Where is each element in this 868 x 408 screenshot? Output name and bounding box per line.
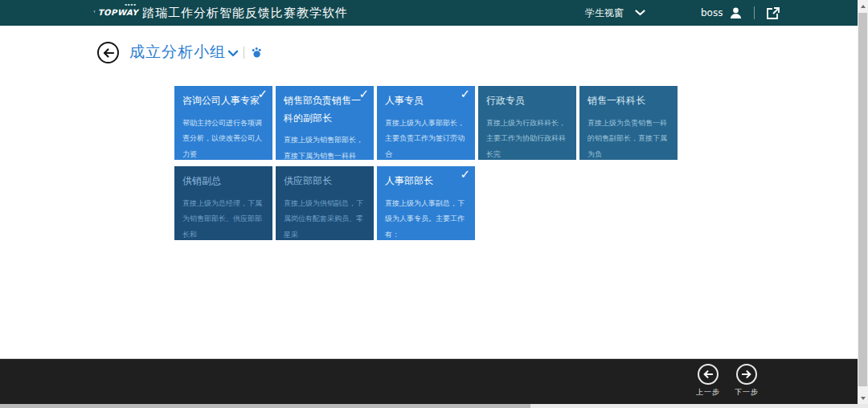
job-cards-grid: ✓ 咨询公司人事专家 帮助主持公司进行各项调查分析，以使改善公司人力资 ✓ 销售… — [174, 86, 678, 240]
topway-logo: ▪▪▪▪ TOPWAY — [93, 2, 138, 23]
header-divider — [754, 6, 755, 19]
job-card-admin-specialist[interactable]: 行政专员 直接上级为行政科科长，主要工作为协助行政科科长完 — [478, 86, 576, 160]
vertical-scrollbar-thumb[interactable] — [858, 13, 867, 386]
job-card-desc: 直接上级为总经理，下属为销售部部长、供应部部长和 — [182, 196, 264, 240]
job-card-desc: 直接上级为行政科科长，主要工作为协助行政科科长完 — [486, 116, 568, 160]
app-title: 踏瑞工作分析智能反馈比赛教学软件 — [142, 0, 348, 26]
check-icon: ✓ — [257, 87, 268, 101]
prev-step-button[interactable]: 上一步 — [693, 364, 723, 398]
scroll-down-arrow[interactable] — [858, 392, 868, 404]
next-step-label: 下一步 — [735, 387, 759, 398]
job-card-desc: 直接上级为供销副总，下属岗位有配套采购员、零星采 — [284, 196, 366, 240]
job-card-title: 供应部部长 — [284, 173, 366, 190]
username-label[interactable]: boss — [701, 7, 723, 18]
job-card-desc: 直接上级为人事部部长，主要负责工作为签订劳动合 — [385, 116, 467, 160]
viewport-dropdown[interactable]: 学生视窗 — [585, 0, 645, 26]
arrow-left-icon — [702, 369, 714, 379]
job-card-title: 销售部负责销售一科的副部长 — [284, 92, 366, 127]
title-divider — [244, 47, 244, 59]
horizontal-scrollbar[interactable] — [0, 404, 868, 408]
share-export-icon[interactable] — [766, 6, 780, 20]
chevron-down-icon — [635, 10, 645, 16]
hint-paw-icon[interactable] — [251, 47, 263, 59]
job-card-title: 咨询公司人事专家 — [182, 92, 264, 110]
logo-wing-icon — [93, 7, 97, 17]
vertical-scrollbar[interactable] — [858, 0, 868, 404]
job-card-hr-specialist[interactable]: ✓ 人事专员 直接上级为人事部部长，主要负责工作为签订劳动合 — [377, 86, 475, 160]
job-card-desc: 直接上级为负责销售一科的销售副部长，直接下属为负 — [588, 116, 669, 160]
job-card-sales-vice-director[interactable]: ✓ 销售部负责销售一科的副部长 直接上级为销售部部长，直接下属为销售一科科长，主 — [276, 86, 374, 160]
job-card-title: 供销副总 — [182, 173, 264, 190]
back-button[interactable] — [97, 42, 119, 63]
job-card-desc: 直接上级为销售部部长，直接下属为销售一科科长，主 — [284, 133, 366, 160]
step-buttons: 上一步 下一步 — [693, 364, 762, 398]
app-header: ▪▪▪▪ TOPWAY 踏瑞工作分析智能反馈比赛教学软件 学生视窗 boss — [0, 0, 858, 26]
check-icon: ✓ — [358, 87, 369, 101]
job-card-consultant-expert[interactable]: ✓ 咨询公司人事专家 帮助主持公司进行各项调查分析，以使改善公司人力资 — [174, 86, 272, 160]
user-icon[interactable] — [729, 6, 743, 20]
check-icon: ✓ — [460, 167, 470, 182]
title-row: 成立分析小组 — [0, 37, 868, 69]
page-title: 成立分析小组 — [129, 42, 226, 63]
job-card-title: 人事部部长 — [385, 173, 467, 190]
check-icon: ✓ — [460, 87, 470, 101]
job-card-title: 行政专员 — [486, 92, 568, 110]
job-card-hr-dept-head[interactable]: ✓ 人事部部长 直接上级为人事副总，下级为人事专员。主要工作有： — [377, 166, 475, 240]
arrow-right-icon — [741, 369, 752, 379]
footer-bar: 上一步 下一步 — [0, 358, 858, 404]
horizontal-scrollbar-thumb[interactable] — [0, 404, 530, 408]
job-card-title: 人事专员 — [385, 92, 467, 110]
job-card-title: 销售一科科长 — [588, 92, 669, 110]
job-card-sales-section-chief[interactable]: 销售一科科长 直接上级为负责销售一科的销售副部长，直接下属为负 — [579, 86, 678, 160]
job-card-desc: 帮助主持公司进行各项调查分析，以使改善公司人力资 — [182, 116, 264, 160]
user-cluster: boss — [701, 0, 780, 26]
logo-word: TOPWAY — [98, 8, 138, 17]
prev-step-label: 上一步 — [696, 387, 720, 398]
title-chevron-down-icon[interactable] — [227, 50, 239, 57]
scroll-up-arrow[interactable] — [858, 0, 868, 12]
job-card-supply-dept-head[interactable]: 供应部部长 直接上级为供销副总，下属岗位有配套采购员、零星采 — [276, 166, 374, 240]
next-step-button[interactable]: 下一步 — [731, 364, 762, 398]
arrow-left-icon — [102, 47, 115, 59]
job-card-desc: 直接上级为人事副总，下级为人事专员。主要工作有： — [385, 196, 467, 240]
viewport-dropdown-label: 学生视窗 — [585, 6, 624, 20]
job-card-supply-sales-vp[interactable]: 供销副总 直接上级为总经理，下属为销售部部长、供应部部长和 — [174, 166, 272, 240]
